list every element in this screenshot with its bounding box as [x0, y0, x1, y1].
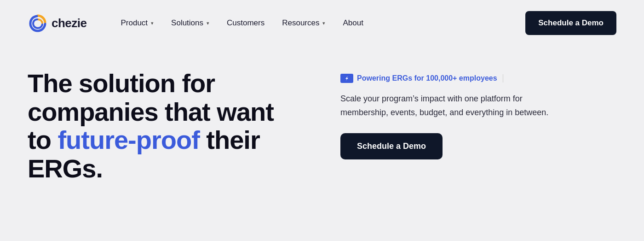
- logo-text: chezie: [52, 16, 87, 30]
- nav-label-about: About: [343, 18, 363, 28]
- nav-item-about[interactable]: About: [336, 15, 369, 31]
- hero-heading-accent: future-proof: [58, 125, 199, 154]
- hero-right-content: Powering ERGs for 100,000+ employees Sca…: [340, 69, 616, 159]
- nav-item-resources[interactable]: Resources ▾: [276, 15, 332, 31]
- chezie-logo-icon: [28, 13, 48, 33]
- nav-schedule-demo-button[interactable]: Schedule a Demo: [525, 11, 616, 35]
- navbar: chezie Product ▾ Solutions ▾ Customers R…: [0, 0, 644, 46]
- nav-item-solutions[interactable]: Solutions ▾: [165, 15, 216, 31]
- nav-label-customers: Customers: [227, 18, 264, 28]
- nav-item-product[interactable]: Product ▾: [115, 15, 161, 31]
- badge-icon: [340, 74, 353, 83]
- hero-heading-container: The solution for companies that want to …: [28, 69, 304, 182]
- lightning-icon: [343, 76, 351, 81]
- chevron-down-icon: ▾: [322, 20, 325, 26]
- nav-label-solutions: Solutions: [171, 18, 203, 28]
- hero-schedule-demo-button[interactable]: Schedule a Demo: [340, 133, 443, 159]
- chevron-down-icon: ▾: [151, 20, 154, 26]
- navbar-left: chezie Product ▾ Solutions ▾ Customers R…: [28, 13, 370, 33]
- hero-badge: Powering ERGs for 100,000+ employees: [340, 74, 616, 83]
- hero-section: The solution for companies that want to …: [0, 46, 644, 182]
- badge-divider: [503, 74, 503, 82]
- nav-item-customers[interactable]: Customers: [220, 15, 271, 31]
- nav-links: Product ▾ Solutions ▾ Customers Resource…: [115, 15, 370, 31]
- badge-text: Powering ERGs for 100,000+ employees: [357, 74, 497, 82]
- svg-marker-0: [345, 76, 348, 81]
- nav-label-product: Product: [121, 18, 148, 28]
- hero-heading: The solution for companies that want to …: [28, 69, 304, 182]
- chevron-down-icon: ▾: [207, 20, 209, 26]
- logo[interactable]: chezie: [28, 13, 87, 33]
- hero-description: Scale your program’s impact with one pla…: [340, 92, 561, 119]
- nav-label-resources: Resources: [282, 18, 319, 28]
